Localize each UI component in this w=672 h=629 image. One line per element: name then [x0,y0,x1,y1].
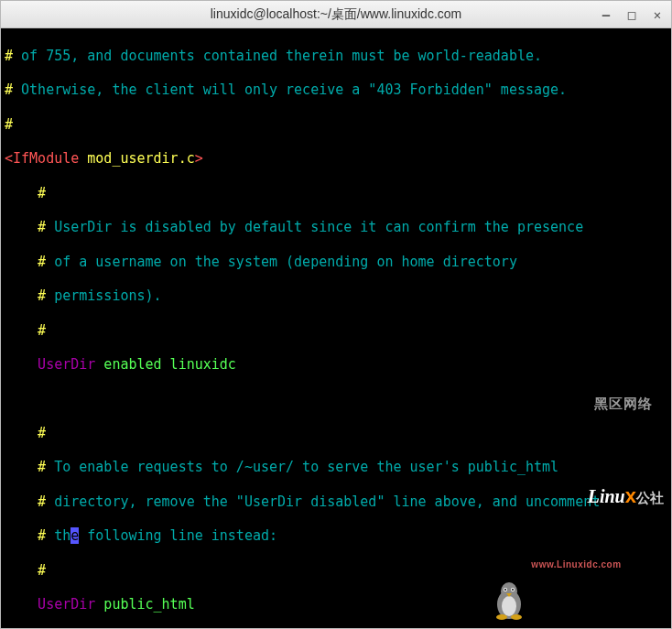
svg-point-5 [504,589,506,591]
directive-keyword: UserDir [5,596,95,613]
directive-open: <IfModule [5,150,79,167]
directive-arg: mod_userdir.c [79,150,194,167]
svg-point-4 [511,588,515,591]
config-comment: # [5,48,13,64]
window-controls: — □ ✕ [600,8,664,21]
config-comment: # [5,425,46,441]
maximize-button[interactable]: □ [625,8,638,21]
svg-point-7 [496,614,507,620]
svg-point-6 [512,589,514,591]
config-comment: following line instead: [79,527,277,544]
config-comment: # [5,287,46,304]
directive-value: public_html [95,596,194,613]
terminal-content[interactable]: # of 755, and documents contained therei… [1,28,671,628]
config-comment: Otherwise, the client will only receive … [13,81,567,98]
config-comment: of a username on the system (depending o… [46,254,517,270]
config-comment: of 755, and documents contained therein … [13,48,542,64]
config-comment: # [5,493,46,510]
config-comment: # [5,459,46,475]
close-button[interactable]: ✕ [651,8,664,21]
config-comment: # [5,322,46,339]
titlebar: linuxidc@localhost:~/桌面/www.linuxidc.com… [1,1,671,28]
config-comment: # [5,116,13,133]
config-comment: directory, remove the "UserDir disabled"… [46,493,600,510]
config-comment: UserDir is disabled by default since it … [46,219,583,235]
directive-value: enabled linuxidc [95,356,236,373]
config-comment: # [5,562,46,579]
config-comment: To enable requests to /~user/ to serve t… [46,459,558,475]
minimize-button[interactable]: — [600,8,612,21]
window-title: linuxidc@localhost:~/桌面/www.linuxidc.com [1,6,671,23]
text-cursor: e [70,527,79,544]
config-comment: # [5,527,46,544]
config-comment: # [5,254,46,270]
config-comment: # [5,81,13,98]
config-comment: th [46,527,70,544]
directive-close: > [195,150,203,167]
svg-point-8 [511,614,522,620]
config-comment: # [5,185,46,201]
config-comment: permissions). [46,287,161,304]
directive-keyword: UserDir [5,356,95,373]
config-comment: # [5,219,46,235]
svg-point-3 [504,588,507,591]
terminal-window: linuxidc@localhost:~/桌面/www.linuxidc.com… [0,0,672,629]
